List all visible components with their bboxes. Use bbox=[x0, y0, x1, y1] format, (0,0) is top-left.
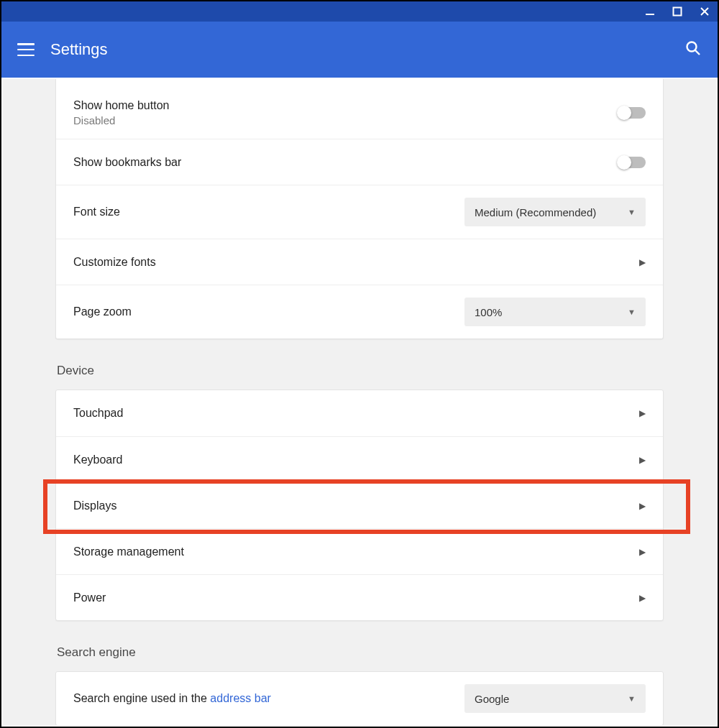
select-page-zoom-value: 100% bbox=[475, 306, 502, 318]
chevron-right-icon: ▶ bbox=[639, 257, 646, 267]
svg-rect-1 bbox=[674, 8, 682, 16]
select-font-size-value: Medium (Recommended) bbox=[475, 206, 596, 218]
row-page-zoom: Page zoom 100% ▼ bbox=[56, 285, 663, 338]
row-storage-management[interactable]: Storage management ▶ bbox=[56, 528, 663, 574]
window-frame: Settings Show home button Disabled S bbox=[0, 0, 719, 728]
label-show-home-button: Show home button bbox=[73, 99, 169, 112]
section-title-device: Device bbox=[55, 364, 664, 378]
caret-down-icon: ▼ bbox=[628, 694, 636, 703]
svg-point-4 bbox=[687, 42, 697, 52]
row-touchpad[interactable]: Touchpad ▶ bbox=[56, 390, 663, 436]
label-search-engine-prefix: Search engine used in the bbox=[73, 692, 210, 704]
status-show-home-button: Disabled bbox=[73, 114, 169, 126]
select-page-zoom[interactable]: 100% ▼ bbox=[464, 298, 646, 326]
row-keyboard[interactable]: Keyboard ▶ bbox=[56, 436, 663, 482]
label-page-zoom: Page zoom bbox=[73, 305, 132, 318]
row-power[interactable]: Power ▶ bbox=[56, 574, 663, 620]
caret-down-icon: ▼ bbox=[628, 208, 636, 216]
device-card: Touchpad ▶ Keyboard ▶ Displays ▶ Storage… bbox=[55, 390, 664, 621]
label-search-engine: Search engine used in the address bar bbox=[73, 692, 271, 705]
link-address-bar[interactable]: address bar bbox=[210, 692, 271, 704]
close-button[interactable] bbox=[699, 6, 710, 17]
label-keyboard: Keyboard bbox=[73, 453, 123, 466]
select-font-size[interactable]: Medium (Recommended) ▼ bbox=[464, 198, 646, 226]
label-show-bookmarks-bar: Show bookmarks bar bbox=[73, 156, 181, 169]
chevron-right-icon: ▶ bbox=[639, 408, 646, 418]
search-icon[interactable] bbox=[684, 40, 702, 60]
chevron-right-icon: ▶ bbox=[639, 501, 646, 511]
row-font-size: Font size Medium (Recommended) ▼ bbox=[56, 185, 663, 239]
label-touchpad: Touchpad bbox=[73, 407, 123, 420]
label-storage-management: Storage management bbox=[73, 545, 184, 558]
label-displays: Displays bbox=[73, 499, 116, 512]
svg-line-5 bbox=[695, 50, 700, 55]
label-power: Power bbox=[73, 591, 106, 604]
toggle-show-bookmarks-bar[interactable] bbox=[618, 157, 646, 168]
row-show-home-button: Show home button Disabled bbox=[56, 79, 663, 139]
appearance-card: Show home button Disabled Show bookmarks… bbox=[55, 79, 664, 339]
minimize-button[interactable] bbox=[644, 6, 656, 17]
search-engine-card: Search engine used in the address bar Go… bbox=[55, 671, 664, 725]
page-title: Settings bbox=[50, 40, 108, 59]
app-bar: Settings bbox=[1, 22, 718, 78]
label-customize-fonts: Customize fonts bbox=[73, 256, 156, 269]
chevron-right-icon: ▶ bbox=[639, 547, 646, 557]
row-search-engine: Search engine used in the address bar Go… bbox=[56, 672, 663, 725]
row-show-bookmarks-bar: Show bookmarks bar bbox=[56, 139, 663, 185]
caret-down-icon: ▼ bbox=[628, 308, 636, 316]
row-customize-fonts[interactable]: Customize fonts ▶ bbox=[56, 239, 663, 285]
maximize-button[interactable] bbox=[672, 6, 683, 17]
section-title-search-engine: Search engine bbox=[55, 645, 664, 660]
window-titlebar bbox=[1, 1, 718, 22]
menu-icon[interactable] bbox=[17, 43, 35, 56]
row-displays[interactable]: Displays ▶ bbox=[56, 482, 663, 528]
select-search-engine[interactable]: Google ▼ bbox=[464, 684, 646, 713]
chevron-right-icon: ▶ bbox=[639, 593, 646, 603]
select-search-engine-value: Google bbox=[475, 693, 509, 705]
toggle-show-home-button[interactable] bbox=[618, 107, 646, 119]
chevron-right-icon: ▶ bbox=[639, 455, 646, 465]
content-area: Show home button Disabled Show bookmarks… bbox=[3, 79, 716, 725]
label-font-size: Font size bbox=[73, 206, 120, 218]
